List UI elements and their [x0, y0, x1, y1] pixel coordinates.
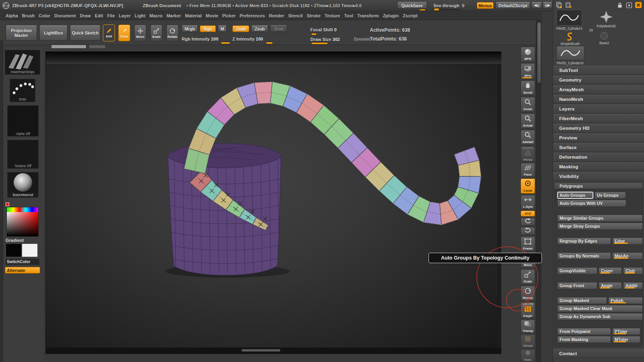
rgb-intensity-slider[interactable]: Rgb Intensity 100	[182, 37, 218, 41]
draw-size-nub[interactable]	[312, 43, 328, 44]
polygroups-header[interactable]: Polygroups	[554, 182, 643, 189]
menu-tool[interactable]: Tool	[344, 13, 353, 18]
shelf-actual[interactable]: Actual	[521, 113, 535, 129]
palette-section-subtool[interactable]: SubTool	[553, 66, 644, 75]
mini-slider[interactable]	[600, 287, 610, 288]
menu-stencil[interactable]: Stencil	[288, 13, 303, 18]
shelf-floor[interactable]: Floor	[521, 163, 535, 177]
hue-strip[interactable]	[7, 207, 38, 212]
menus-button[interactable]: Menus	[477, 2, 494, 9]
pg-auto-groups-with-uv-button[interactable]: Auto Groups With UV	[557, 200, 626, 207]
pg-mtoler-button[interactable]: MToler	[612, 336, 640, 343]
material-thumb[interactable]: BasicMaterial	[7, 172, 39, 198]
z-intensity-nub[interactable]	[266, 42, 273, 44]
menu-preferences[interactable]: Preferences	[240, 13, 265, 18]
palette-section-deformation[interactable]: Deformation	[553, 153, 644, 162]
shelf-transp[interactable]: Transp	[521, 319, 535, 333]
see-through-label[interactable]: See-through 0	[433, 3, 464, 8]
shelf-rot-cw-icon[interactable]	[521, 227, 535, 235]
menu-document[interactable]: Document	[54, 13, 76, 18]
menu-macro[interactable]: Macro	[150, 13, 162, 18]
rgb-intensity-nub[interactable]	[221, 42, 230, 44]
shelf-solo[interactable]: Solo	[521, 349, 535, 361]
default-zscript-button[interactable]: DefaultZScript	[496, 2, 530, 9]
shelf-rotate[interactable]: Rotate	[521, 286, 535, 301]
mini-slider[interactable]	[600, 272, 610, 274]
menu-movie[interactable]: Movie	[206, 13, 218, 18]
m-button[interactable]: M	[218, 25, 227, 32]
menu-draw[interactable]: Draw	[80, 13, 91, 18]
polymesh3d-thumb[interactable]	[598, 10, 614, 23]
mini-slider[interactable]	[614, 341, 626, 342]
close-icon[interactable]	[635, 2, 642, 8]
secondary-color-swatch[interactable]	[22, 243, 38, 257]
documents-icon[interactable]	[565, 2, 572, 8]
texture-thumb[interactable]: Texture Off	[7, 140, 39, 169]
zcut-button[interactable]: Zcut	[270, 25, 287, 32]
pg-groupvisible-button[interactable]: GroupVisible	[557, 267, 597, 274]
gradient-label[interactable]: Gradient	[6, 238, 24, 243]
lightbox-button[interactable]: LightBox	[39, 25, 68, 41]
shelf-local[interactable]: Local	[521, 178, 535, 194]
recent-tool-thumb[interactable]	[556, 10, 582, 26]
menu-picker[interactable]: Picker	[222, 13, 236, 18]
palette-section-preview[interactable]: Preview	[553, 133, 644, 142]
shelf-spix[interactable]: SPix	[521, 63, 535, 79]
dock-right-button[interactable]: |||▶	[543, 2, 552, 8]
main-color-swatch[interactable]	[6, 243, 22, 257]
menu-marker[interactable]: Marker	[166, 13, 181, 18]
mini-slider[interactable]	[614, 258, 628, 259]
pg-merge-similar-groups-button[interactable]: Merge Similar Groups	[557, 215, 643, 222]
z-intensity-slider[interactable]: Z Intensity 100	[232, 37, 263, 41]
zsub-button[interactable]: Zsub	[251, 25, 268, 32]
panel-scrollbar[interactable]	[536, 20, 541, 362]
panel-scrollbar-thumb[interactable]	[537, 22, 541, 83]
mini-slider[interactable]	[610, 302, 626, 303]
pg-from-masking-button[interactable]: From Masking	[557, 336, 611, 343]
menu-zplugin[interactable]: Zplugin	[383, 13, 399, 18]
pg-group-masked-clear-mask-button[interactable]: Group Masked Clear Mask	[557, 305, 643, 312]
palette-section-geometry[interactable]: Geometry	[553, 76, 644, 84]
document-icon[interactable]	[556, 2, 563, 8]
viewport[interactable]	[45, 51, 501, 354]
shelf-ghost[interactable]: Ghost	[521, 334, 535, 348]
download-icon[interactable]	[626, 2, 633, 8]
dock-left-button[interactable]: ◀|||	[531, 2, 542, 8]
palette-section-nanomesh[interactable]: NanoMesh	[553, 95, 644, 104]
focal-shift-nub[interactable]	[312, 33, 316, 35]
pg-group-as-dynamesh-sub-button[interactable]: Group As Dynamesh Sub	[557, 313, 643, 320]
shelf-persp[interactable]: DynamicPersp	[521, 146, 535, 162]
mini-slider[interactable]	[614, 333, 626, 334]
shelf-xyz[interactable]: XYZ	[521, 211, 535, 217]
pg-additi-button[interactable]: Additi	[623, 282, 643, 289]
mini-slider[interactable]	[625, 272, 635, 274]
sculpt-canvas[interactable]	[46, 52, 501, 354]
shelf-scale[interactable]: Scale	[521, 269, 535, 284]
pg-edge-button[interactable]: Edge	[612, 237, 643, 245]
active-tool-button[interactable]	[556, 46, 585, 60]
alternate-button[interactable]: Alternate	[5, 267, 40, 274]
palette-section-geometry-hd[interactable]: Geometry HD	[553, 124, 644, 133]
palette-section-fibermesh[interactable]: FiberMesh	[553, 114, 644, 123]
left-edge-strip[interactable]	[0, 40, 3, 362]
alpha-thumb[interactable]: Alpha Off	[7, 105, 39, 137]
palette-section-layers[interactable]: Layers	[553, 104, 644, 113]
palette-section-masking[interactable]: Masking	[553, 162, 644, 171]
pg-polish-button[interactable]: Polish	[608, 297, 643, 304]
current-color-swatch[interactable]	[6, 202, 9, 206]
menu-brush[interactable]: Brush	[22, 13, 35, 18]
simplebrush-thumb[interactable]	[564, 31, 575, 42]
mini-slider[interactable]	[614, 243, 628, 244]
palette-section-arraymesh[interactable]: ArrayMesh	[553, 85, 644, 94]
pg-maxan-button[interactable]: MaxAn	[612, 252, 643, 260]
palette-section-surface[interactable]: Surface	[553, 143, 644, 152]
menu-material[interactable]: Material	[185, 13, 202, 18]
switch-color-button[interactable]: SwitchColor	[6, 259, 39, 265]
pg-angle-button[interactable]: Angle	[599, 282, 622, 289]
pg-clstr-button[interactable]: Clstr	[623, 267, 643, 274]
pg-ptoler-button[interactable]: PToler	[612, 328, 640, 335]
stroke-thumb[interactable]: Dots	[10, 79, 35, 102]
pg-merge-stray-groups-button[interactable]: Merge Stray Groups	[557, 223, 643, 230]
mini-slider[interactable]	[522, 77, 532, 78]
current-brush-thumb[interactable]: InsertHairStrips	[5, 50, 40, 75]
